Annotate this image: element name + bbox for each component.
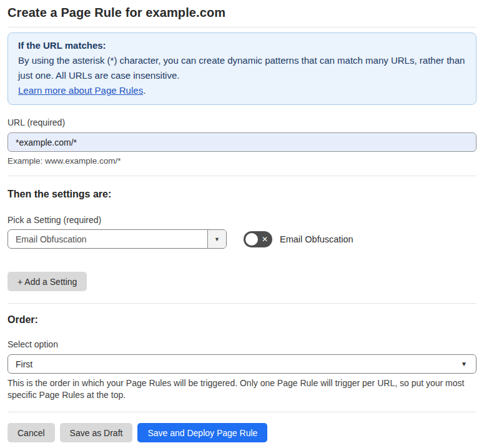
page-title: Create a Page Rule for example.com <box>7 6 477 20</box>
dropdown-caret-icon: ▼ <box>461 361 467 367</box>
footer-actions: Cancel Save as Draft Save and Deploy Pag… <box>7 423 477 442</box>
url-input[interactable] <box>7 132 477 152</box>
add-setting-button[interactable]: + Add a Setting <box>7 272 87 291</box>
email-obfuscation-toggle[interactable]: ✕ <box>244 231 272 247</box>
info-box-heading: If the URL matches: <box>18 38 466 53</box>
setting-select-value: Email Obfuscation <box>8 230 207 248</box>
info-link-line: Learn more about Page Rules. <box>18 83 466 98</box>
toggle-knob <box>245 233 258 246</box>
pick-setting-label: Pick a Setting (required) <box>7 215 477 225</box>
footer-divider <box>7 412 477 412</box>
url-example-helper: Example: www.example.com/* <box>7 156 477 166</box>
order-select-value: First <box>16 359 32 369</box>
settings-section-heading: Then the settings are: <box>7 189 477 200</box>
learn-more-link[interactable]: Learn more about Page Rules <box>18 85 143 96</box>
section-divider <box>7 303 477 304</box>
url-field-label: URL (required) <box>7 117 477 127</box>
link-period: . <box>143 85 146 96</box>
toggle-label: Email Obfuscation <box>280 234 353 244</box>
save-draft-button[interactable]: Save as Draft <box>60 423 133 442</box>
save-deploy-button[interactable]: Save and Deploy Page Rule <box>137 423 267 442</box>
dropdown-arrow-icon[interactable]: ▼ <box>207 230 226 248</box>
cancel-button[interactable]: Cancel <box>7 423 55 442</box>
url-matches-info-box: If the URL matches: By using the asteris… <box>7 32 477 105</box>
section-divider <box>7 176 477 176</box>
title-divider <box>7 27 477 27</box>
setting-row: Email Obfuscation ▼ ✕ Email Obfuscation <box>7 229 477 249</box>
x-icon: ✕ <box>262 231 268 247</box>
order-helper-text: This is the order in which your Page Rul… <box>7 377 475 401</box>
setting-select[interactable]: Email Obfuscation ▼ <box>7 229 227 249</box>
order-select-label: Select option <box>7 339 477 349</box>
info-box-body: By using the asterisk (*) character, you… <box>18 53 466 83</box>
order-section-heading: Order: <box>7 314 477 326</box>
order-select[interactable]: First ▼ <box>7 354 477 374</box>
